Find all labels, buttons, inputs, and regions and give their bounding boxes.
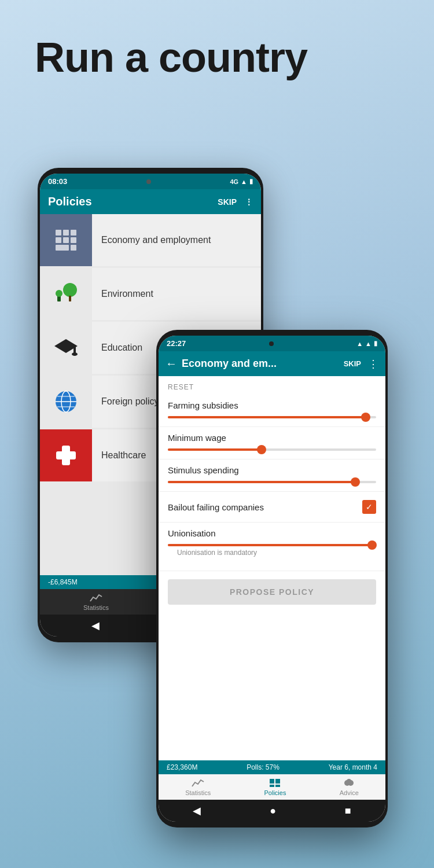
healthcare-label: Healthcare bbox=[92, 450, 146, 461]
phone2-polls: Polls: 57% bbox=[247, 763, 279, 771]
phone2-advice-label: Advice bbox=[340, 789, 359, 796]
phone2-dot bbox=[269, 341, 274, 346]
phone1-skip-button[interactable]: SKIP bbox=[218, 197, 237, 207]
phone2-square-nav-btn[interactable]: ■ bbox=[345, 805, 351, 817]
svg-rect-29 bbox=[275, 785, 280, 787]
svg-point-14 bbox=[72, 352, 78, 356]
education-label: Education bbox=[92, 343, 142, 353]
unionisation-slider-fill bbox=[168, 544, 372, 546]
bailout-checkbox[interactable]: ✓ bbox=[362, 500, 376, 514]
stimulus-slider-fill bbox=[168, 481, 355, 483]
phone2-year: Year 6, month 4 bbox=[329, 763, 377, 771]
healthcare-cross-icon bbox=[52, 441, 80, 470]
economy-grid-icon bbox=[53, 227, 79, 253]
phone1-tab-statistics[interactable]: Statistics bbox=[83, 593, 109, 611]
stimulus-slider-track[interactable] bbox=[168, 481, 376, 483]
farming-slider-thumb[interactable] bbox=[361, 413, 370, 422]
farming-slider-fill bbox=[168, 416, 366, 418]
phone2-back-nav-btn[interactable]: ◀ bbox=[193, 804, 201, 817]
phone1-more-icon[interactable]: ⋮ bbox=[245, 197, 253, 207]
phone2-toolbar-actions: SKIP ⋮ bbox=[344, 358, 378, 370]
environment-icon-bg bbox=[40, 268, 92, 320]
phone2-toolbar: ← Economy and em... SKIP ⋮ bbox=[159, 351, 385, 376]
healthcare-icon-bg bbox=[40, 429, 92, 481]
environment-label: Environment bbox=[92, 289, 153, 299]
phone2-device: 22:27 ▲ ▲ ▮ ← Economy and em... SKIP ⋮ R… bbox=[156, 330, 388, 827]
svg-rect-7 bbox=[71, 245, 76, 251]
phone2-policies-label: Policies bbox=[264, 789, 286, 796]
farming-slider-track[interactable] bbox=[168, 416, 376, 418]
phone1-back-btn[interactable]: ◀ bbox=[91, 619, 100, 632]
phone1-signal-bars: ▲ bbox=[241, 178, 247, 185]
phone2-policies-icon bbox=[269, 778, 281, 788]
phone2-back-icon[interactable]: ← bbox=[165, 357, 177, 370]
foreign-globe-icon bbox=[52, 387, 80, 416]
phone1-statistics-label: Statistics bbox=[83, 604, 109, 611]
phone2-statistics-icon bbox=[192, 778, 204, 788]
minwage-slider-fill bbox=[168, 448, 262, 451]
phone2-battery: ▮ bbox=[374, 340, 377, 347]
phone2-policy-content: RESET Farming subsidies Minimum wage bbox=[159, 376, 385, 760]
svg-rect-6 bbox=[56, 245, 69, 251]
phone2-signal: ▲ bbox=[365, 340, 372, 347]
svg-rect-1 bbox=[63, 230, 69, 236]
phone1-toolbar-actions: SKIP ⋮ bbox=[218, 197, 253, 207]
phone1-signal-icons: 4G ▲ ▮ bbox=[230, 178, 253, 185]
farming-label: Farming subsidies bbox=[168, 400, 376, 410]
phone1-balance: -£6,845M bbox=[48, 578, 78, 586]
phone2-home-nav-btn[interactable]: ● bbox=[270, 805, 276, 817]
phone1-battery: ▮ bbox=[249, 178, 253, 185]
phone2-wifi: ▲ bbox=[356, 340, 363, 347]
unionisation-note: Unionisation is mandatory bbox=[168, 546, 376, 562]
propose-policy-button[interactable]: PROPOSE POLICY bbox=[168, 579, 376, 605]
unionisation-slider-thumb[interactable] bbox=[367, 540, 377, 550]
phone2-bottom-tabs: Statistics Policies Advice bbox=[159, 774, 385, 800]
svg-rect-28 bbox=[270, 785, 274, 787]
phone1-time: 08:03 bbox=[48, 177, 67, 186]
phone1-toolbar-title: Policies bbox=[48, 195, 92, 208]
svg-point-32 bbox=[347, 779, 351, 784]
svg-point-8 bbox=[63, 283, 77, 297]
phone2-reset-label[interactable]: RESET bbox=[159, 376, 385, 395]
policy-item-environment[interactable]: Environment bbox=[40, 268, 261, 320]
phone2-signal-icons: ▲ ▲ ▮ bbox=[356, 340, 377, 347]
phone1-signal: 4G bbox=[230, 178, 238, 185]
phone1-dot bbox=[146, 179, 151, 184]
unionisation-slider-section: Unionisation Unionisation is mandatory bbox=[159, 523, 385, 571]
minwage-slider-track[interactable] bbox=[168, 448, 376, 451]
stimulus-label: Stimulus spending bbox=[168, 465, 376, 475]
phone2-tab-policies[interactable]: Policies bbox=[264, 778, 286, 796]
phone2-skip-button[interactable]: SKIP bbox=[344, 359, 361, 368]
phone2-tab-advice[interactable]: Advice bbox=[340, 778, 359, 796]
policy-item-economy[interactable]: Economy and employment bbox=[40, 214, 261, 266]
phone2-statistics-label: Statistics bbox=[185, 789, 211, 796]
phone1-toolbar: Policies SKIP ⋮ bbox=[40, 189, 261, 214]
stimulus-slider-thumb[interactable] bbox=[351, 477, 360, 487]
minwage-slider-thumb[interactable] bbox=[257, 445, 266, 454]
phone1-status-bar: 08:03 4G ▲ ▮ bbox=[40, 174, 261, 189]
minwage-slider-section: Minimum wage bbox=[159, 427, 385, 459]
stimulus-slider-section: Stimulus spending bbox=[159, 459, 385, 492]
svg-rect-5 bbox=[71, 237, 76, 243]
foreign-icon-bg bbox=[40, 376, 92, 428]
unionisation-slider-track[interactable] bbox=[168, 544, 376, 546]
foreign-label: Foreign policy bbox=[92, 396, 159, 407]
phone2-more-icon[interactable]: ⋮ bbox=[368, 358, 378, 370]
bailout-label: Bailout failing companies bbox=[168, 502, 264, 512]
svg-rect-3 bbox=[56, 237, 61, 243]
svg-rect-2 bbox=[71, 230, 76, 236]
bailout-checkbox-section: Bailout failing companies ✓ bbox=[159, 492, 385, 523]
education-cap-icon bbox=[52, 333, 80, 362]
svg-rect-26 bbox=[270, 779, 274, 784]
phone2-advice-icon bbox=[343, 778, 355, 788]
phone2-time: 22:27 bbox=[167, 339, 186, 348]
economy-icon-bg bbox=[40, 214, 92, 266]
statistics-icon bbox=[90, 593, 102, 603]
svg-rect-11 bbox=[69, 296, 71, 301]
svg-rect-4 bbox=[63, 237, 69, 243]
economy-label: Economy and employment bbox=[92, 235, 211, 245]
education-icon-bg bbox=[40, 322, 92, 374]
phone2-tab-statistics[interactable]: Statistics bbox=[185, 778, 211, 796]
svg-point-10 bbox=[56, 290, 62, 297]
phone2-status-footer: £23,360M Polls: 57% Year 6, month 4 bbox=[159, 760, 385, 774]
